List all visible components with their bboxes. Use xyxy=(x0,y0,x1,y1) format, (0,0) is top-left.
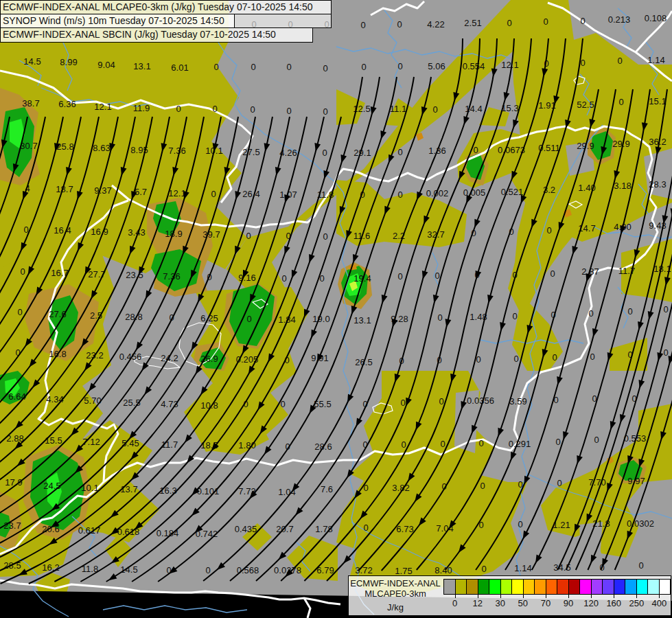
station-value: 5.45 xyxy=(121,438,139,448)
station-value: 0 xyxy=(435,271,439,281)
station-value: 6.36 xyxy=(58,99,76,109)
station-value: 0 xyxy=(397,147,402,157)
station-value: 27.6 xyxy=(49,309,66,319)
station-value: 0 xyxy=(397,190,402,200)
station-value: 5.7 xyxy=(135,187,147,197)
station-value: 26.4 xyxy=(242,189,259,199)
station-value: 15.5 xyxy=(45,435,62,446)
station-value: 0 xyxy=(627,306,632,317)
station-value: 7.6 xyxy=(321,484,333,494)
station-value: 0 xyxy=(250,104,255,115)
station-value: 27.5 xyxy=(242,147,259,157)
station-value: 0 xyxy=(618,97,623,107)
station-value: 9.04 xyxy=(97,60,115,70)
station-value: 0 xyxy=(638,560,643,571)
station-value: 12.1 xyxy=(501,60,518,70)
station-value: 0 xyxy=(440,439,445,449)
station-value: 0 xyxy=(552,352,557,363)
legend-color-cell xyxy=(478,580,490,594)
legend-color-cell xyxy=(648,580,660,594)
station-value: 0 xyxy=(17,307,22,317)
station-value: 0 xyxy=(397,19,402,30)
station-value: 36.2 xyxy=(649,137,666,147)
station-value: 6.64 xyxy=(8,391,25,402)
station-value: 0.291 xyxy=(509,439,531,449)
legend-param: MLCAPE0-3km xyxy=(350,588,441,599)
legend-box: ECMWF-INDEX-ANAL MLCAPE0-3km J/kg 012305… xyxy=(348,575,671,616)
station-value: 0 xyxy=(401,439,406,450)
station-value: 15.1 xyxy=(649,96,666,106)
station-value: 29.1 xyxy=(354,148,371,158)
station-value: 6.01 xyxy=(171,62,188,73)
station-value: 7.36 xyxy=(168,146,185,156)
header-mlcape: ECMWF-INDEX-ANAL MLCAPE0-3km (J/kg) Tues… xyxy=(0,0,332,14)
station-value: 0 xyxy=(251,62,255,72)
legend-title: ECMWF-INDEX-ANAL MLCAPE0-3km xyxy=(350,578,441,599)
station-value: 19.0 xyxy=(312,314,329,324)
station-value: 8.99 xyxy=(60,57,77,67)
legend-product: ECMWF-INDEX-ANAL xyxy=(350,578,441,588)
station-value: 0.0302 xyxy=(627,518,654,529)
station-value: 0 xyxy=(322,148,327,158)
station-value: 8.63 xyxy=(93,143,110,153)
station-value: 23.7 xyxy=(3,520,21,531)
station-value: 0 xyxy=(323,231,327,242)
station-value: 0 xyxy=(397,271,402,282)
station-value: 0 xyxy=(480,481,485,491)
station-value: 3.18 xyxy=(614,181,631,191)
station-value: 5.06 xyxy=(428,61,445,71)
station-value: 0 xyxy=(211,189,216,199)
station-value: 4.22 xyxy=(427,19,444,30)
legend-color-cell xyxy=(580,580,592,594)
station-value: 11.1 xyxy=(390,104,406,114)
station-value: 1.14 xyxy=(514,563,531,573)
station-value: 0.568 xyxy=(237,565,259,575)
station-value: 0 xyxy=(361,62,366,72)
station-value: 1.04 xyxy=(278,487,295,497)
station-value: 0 xyxy=(437,312,442,323)
station-value: 11.9 xyxy=(133,103,150,113)
station-value: 0 xyxy=(481,564,486,574)
station-value: 0 xyxy=(286,106,291,116)
station-value: 0 xyxy=(617,56,622,66)
station-value: 0 xyxy=(546,225,551,236)
station-value: 0.554 xyxy=(463,61,485,71)
station-value: 16.9 xyxy=(91,227,108,237)
station-value: 0.108 xyxy=(645,13,667,23)
legend-color-cell xyxy=(603,580,614,594)
station-value: 0 xyxy=(594,435,599,445)
station-value: 0 xyxy=(20,266,25,277)
station-value: 0 xyxy=(246,231,251,241)
station-value: 29.9 xyxy=(612,139,629,149)
legend-tick-label: 400 xyxy=(645,598,672,608)
legend-color-cell xyxy=(512,580,524,594)
station-value: 0 xyxy=(473,145,478,155)
station-value: 6.73 xyxy=(396,524,413,534)
station-value: 16.2 xyxy=(42,562,59,573)
station-value: 13.7 xyxy=(120,484,137,494)
station-value: 0 xyxy=(512,311,517,321)
station-value: 0 xyxy=(397,61,402,71)
station-value: 0 xyxy=(555,437,560,447)
legend-color-cell xyxy=(569,580,581,594)
station-value: 0 xyxy=(176,104,181,114)
station-value: 0 xyxy=(478,438,483,448)
legend-color-cell xyxy=(637,580,649,594)
station-value: 0 xyxy=(360,20,365,30)
station-value: 0 xyxy=(543,16,548,27)
station-value: 0 xyxy=(281,273,286,284)
station-value: 0 xyxy=(286,62,291,72)
station-value: 9.37 xyxy=(94,185,111,196)
station-value: 0 xyxy=(663,347,668,358)
station-value: 0 xyxy=(212,104,217,114)
station-value: 0 xyxy=(663,304,668,314)
station-value: 0 xyxy=(507,18,511,28)
station-value: 0 xyxy=(213,62,218,72)
station-value: 24.5 xyxy=(43,481,60,491)
station-value: 0.005 xyxy=(463,187,486,198)
station-value: 1.75 xyxy=(395,566,412,576)
station-value: 24.2 xyxy=(161,353,178,363)
station-value: 0 xyxy=(400,398,405,408)
station-value: 0 xyxy=(363,523,368,533)
station-value: 52.5 xyxy=(577,100,594,110)
